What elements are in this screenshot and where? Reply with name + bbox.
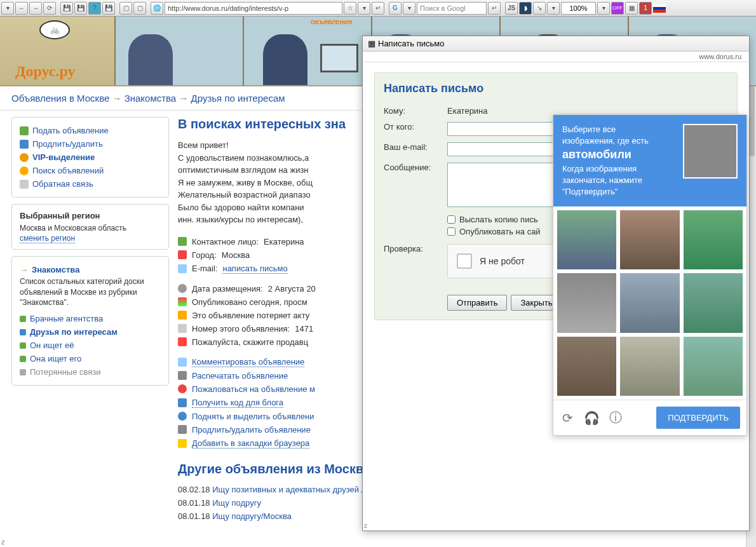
action-print[interactable]: Распечатать объявление xyxy=(192,371,288,381)
region-heading: Выбранный регион xyxy=(20,211,161,220)
search-icon xyxy=(20,166,29,175)
key-icon xyxy=(178,398,187,407)
breadcrumb-b[interactable]: Знакомства xyxy=(125,93,177,104)
sidebar-item-search[interactable]: Поиск объявлений xyxy=(20,164,161,177)
save-icon[interactable]: 💾 xyxy=(60,2,73,15)
captcha-tile[interactable] xyxy=(557,210,616,269)
sidebar-item-extend[interactable]: Продлить/удалить xyxy=(20,137,161,151)
reload-icon[interactable]: ⟳ xyxy=(43,2,56,15)
captcha-tile[interactable] xyxy=(684,273,743,332)
info-icon[interactable]: ? xyxy=(88,2,101,15)
popup-icon: ▦ xyxy=(368,39,375,48)
popup-domain: www.dorus.ru xyxy=(363,51,749,62)
sidebar-item-feedback[interactable]: Обратная связь xyxy=(20,177,161,191)
action-promote[interactable]: Поднять и выделить объявлени xyxy=(192,412,314,421)
browser-toolbar: ▾ ← → ⟳ 💾 💾 ? 💾 ▢ ▢ 🌐 http://www.dorus.r… xyxy=(0,0,756,17)
category-heading[interactable]: → Знакомства xyxy=(20,263,161,276)
moon-icon[interactable]: ◗ xyxy=(519,2,532,15)
flag-ru-icon[interactable] xyxy=(653,4,666,13)
site-logo[interactable]: Дорус.ру xyxy=(15,63,76,80)
captcha-tile[interactable] xyxy=(557,273,616,332)
resize-handle[interactable]: z xyxy=(363,521,368,530)
captcha-tile[interactable] xyxy=(620,337,679,396)
square-icon[interactable]: ▢ xyxy=(119,2,132,15)
popup-titlebar[interactable]: ▦Написать письмо xyxy=(363,36,749,51)
captcha-challenge: Выберите все изображения, где есть автом… xyxy=(553,114,747,436)
js-button[interactable]: JS xyxy=(505,2,518,15)
action-edit[interactable]: Продлить/удалить объявление xyxy=(192,425,311,435)
region-value: Москва и Московская область xyxy=(20,223,161,234)
verify-label: Проверка: xyxy=(384,244,447,253)
sidebar-item-vip[interactable]: VIP-выделение xyxy=(20,151,161,164)
category-desc: Список остальных категорий доски объявле… xyxy=(20,276,161,308)
captcha-reload-icon[interactable]: ⟳ xyxy=(560,410,575,426)
person-icon xyxy=(178,237,187,246)
forward-icon[interactable]: → xyxy=(29,2,42,15)
back-icon[interactable]: ← xyxy=(15,2,28,15)
cat-he-seeks[interactable]: Он ищет её xyxy=(20,339,161,352)
breadcrumb-a[interactable]: Объявления в Москве xyxy=(11,93,109,104)
wand-icon[interactable]: ↘ xyxy=(533,2,546,15)
zoom-level[interactable]: 100% xyxy=(561,2,596,15)
recaptcha-label: Я не робот xyxy=(480,256,525,266)
form-title: Написать письмо xyxy=(384,82,728,95)
extend-icon xyxy=(20,140,29,149)
captcha-instructions: Выберите все изображения, где есть автом… xyxy=(562,124,677,198)
cat-agencies[interactable]: Брачные агентства xyxy=(20,312,161,325)
change-region-link[interactable]: сменить регион xyxy=(20,234,75,243)
captcha-audio-icon[interactable]: 🎧 xyxy=(584,410,599,426)
star-icon[interactable]: ☆ xyxy=(344,2,356,15)
captcha-confirm-button[interactable]: ПОДТВЕРДИТЬ xyxy=(656,407,740,429)
print-icon xyxy=(178,371,187,380)
save3-icon[interactable]: 💾 xyxy=(102,2,115,15)
google-icon[interactable]: G xyxy=(389,2,402,15)
msg-label: Сообщение: xyxy=(384,163,447,172)
num-icon xyxy=(178,324,187,333)
search-go-icon[interactable]: ↵ xyxy=(488,2,501,15)
zoom-drop-icon[interactable]: ▾ xyxy=(597,2,610,15)
captcha-tile[interactable] xyxy=(620,210,679,269)
publish-checkbox[interactable] xyxy=(447,227,456,236)
globe-icon[interactable]: 🌐 xyxy=(151,2,163,15)
go-icon[interactable]: ↵ xyxy=(372,2,384,15)
comment-icon xyxy=(178,358,187,367)
captcha-tile[interactable] xyxy=(684,210,743,269)
action-bookmark[interactable]: Добавить в закладки браузера xyxy=(192,438,309,449)
action-report[interactable]: Пожаловаться на объявление м xyxy=(192,384,315,394)
to-value: Екатерина xyxy=(447,106,488,116)
action-comment[interactable]: Комментировать объявление xyxy=(192,357,304,367)
breadcrumb-c[interactable]: Друзья по интересам xyxy=(191,93,285,104)
other-ad-link[interactable]: Ищу подругу xyxy=(212,498,261,508)
sidebar-item-post[interactable]: Подать объявление xyxy=(20,124,161,137)
to-label: Кому: xyxy=(384,106,447,116)
copy-checkbox[interactable] xyxy=(447,215,456,224)
bookmark-icon xyxy=(178,439,187,448)
cat-lost[interactable]: Потерянные связи xyxy=(20,365,161,379)
cat-friends[interactable]: Друзья по интересам xyxy=(20,325,161,339)
recaptcha-checkbox[interactable] xyxy=(457,253,472,269)
search-drop-icon[interactable]: ▾ xyxy=(403,2,415,15)
cat-she-seeks[interactable]: Она ищет его xyxy=(20,352,161,365)
action-blogcode[interactable]: Получить код для блога xyxy=(192,398,283,408)
captcha-tile[interactable] xyxy=(557,337,616,396)
captcha-tile[interactable] xyxy=(620,273,679,332)
badge-icon[interactable]: 1 xyxy=(639,2,652,15)
wand-drop-icon[interactable]: ▾ xyxy=(547,2,560,15)
off-button[interactable]: OFF xyxy=(611,2,624,15)
other-ad-link[interactable]: Ищу подругу/Москва xyxy=(212,511,292,521)
bike-icon: 🚲 xyxy=(39,20,70,39)
chart-icon xyxy=(178,297,187,306)
captcha-tile[interactable] xyxy=(684,337,743,396)
dropdown-icon[interactable]: ▾ xyxy=(358,2,370,15)
email-label: Ваш e-mail: xyxy=(384,142,447,152)
url-bar[interactable]: http://www.dorus.ru/dating/interests/v-p xyxy=(165,2,342,15)
menu-icon[interactable]: ▾ xyxy=(1,2,14,15)
search-input[interactable]: Поиск в Googl xyxy=(417,2,487,15)
write-letter-link[interactable]: написать письмо xyxy=(222,264,287,274)
captcha-example-image xyxy=(683,124,738,179)
send-button[interactable]: Отправить xyxy=(447,295,507,311)
captcha-info-icon[interactable]: ⓘ xyxy=(608,410,623,426)
square2-icon[interactable]: ▢ xyxy=(133,2,146,15)
save2-icon[interactable]: 💾 xyxy=(74,2,87,15)
tile-icon[interactable]: ▦ xyxy=(625,2,638,15)
